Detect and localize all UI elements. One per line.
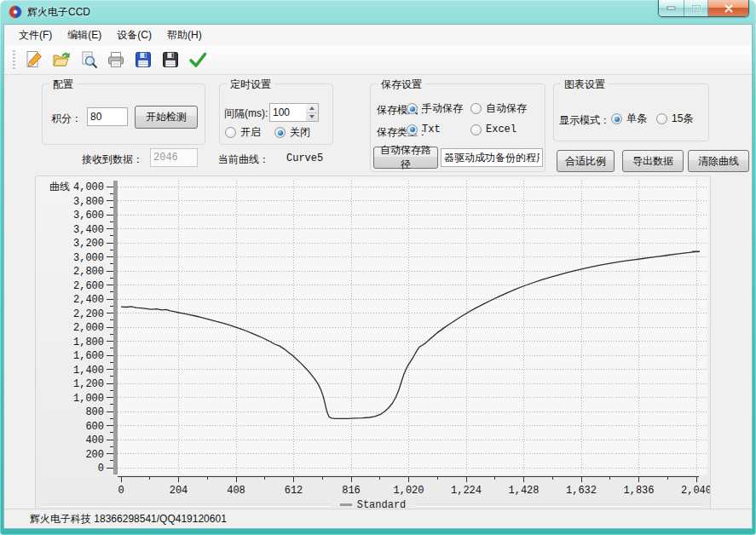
display-multi-radio[interactable]: 15条 xyxy=(656,112,693,126)
save-type-txt-circle[interactable] xyxy=(407,124,418,135)
save-mode-manual-radio[interactable]: 手动保存 xyxy=(407,101,463,116)
save-mode-manual-circle[interactable] xyxy=(407,103,418,114)
integral-input[interactable] xyxy=(87,107,128,126)
svg-text:3,200: 3,200 xyxy=(73,238,104,250)
timer-off-radio[interactable]: 关闭 xyxy=(274,125,310,140)
auto-save-path-field[interactable] xyxy=(441,148,543,167)
current-curve-value: Curve5 xyxy=(286,152,323,164)
menu-device[interactable]: 设备(C) xyxy=(109,26,159,45)
svg-text:3,000: 3,000 xyxy=(73,252,104,264)
menu-file[interactable]: 文件(F) xyxy=(11,26,60,45)
svg-text:2,800: 2,800 xyxy=(73,266,104,278)
maximize-icon xyxy=(691,4,701,13)
svg-text:2,600: 2,600 xyxy=(73,280,104,292)
display-single-circle[interactable] xyxy=(611,113,622,124)
close-button[interactable] xyxy=(708,0,748,16)
svg-text:1,200: 1,200 xyxy=(73,378,104,390)
timer-group-title: 定时设置 xyxy=(227,78,274,92)
print-button[interactable] xyxy=(103,48,129,72)
save-as-button[interactable] xyxy=(158,48,183,72)
svg-text:204: 204 xyxy=(170,485,188,497)
display-multi-circle[interactable] xyxy=(656,113,667,124)
display-mode-label: 显示模式： xyxy=(559,113,610,128)
app-icon xyxy=(9,5,22,19)
interval-label: 间隔(ms): xyxy=(224,106,268,121)
svg-text:1,836: 1,836 xyxy=(623,485,654,497)
config-group-title: 配置 xyxy=(49,78,77,92)
auto-save-path-button[interactable]: 自动保存路径 xyxy=(373,147,438,169)
save-type-excel-radio[interactable]: Excel xyxy=(470,124,517,135)
timer-on-radio-circle[interactable] xyxy=(225,127,236,138)
timer-on-label: 开启 xyxy=(240,125,261,140)
clear-curve-button[interactable]: 清除曲线 xyxy=(688,150,749,172)
minimize-icon xyxy=(667,6,676,10)
svg-text:1,428: 1,428 xyxy=(508,485,539,497)
confirm-button[interactable] xyxy=(185,48,211,72)
save-group-title: 保存设置 xyxy=(378,78,425,92)
display-single-radio[interactable]: 单条 xyxy=(611,112,647,126)
received-data-field xyxy=(150,148,198,167)
chart-panel: 曲线 02004006008001,0001,2001,4001,6001,80… xyxy=(35,175,711,511)
config-groupbox: 配置 积分： 开始检测 xyxy=(42,83,205,145)
timer-off-label: 关闭 xyxy=(290,125,310,140)
chart-settings-title: 图表设置 xyxy=(561,78,609,92)
svg-text:1,632: 1,632 xyxy=(566,485,597,497)
save-button[interactable] xyxy=(130,48,156,72)
save-mode-auto-radio[interactable]: 自动保存 xyxy=(470,101,527,116)
save-icon xyxy=(133,49,153,70)
print-preview-icon xyxy=(78,49,99,70)
display-single-label: 单条 xyxy=(626,112,647,126)
interval-spinner[interactable] xyxy=(306,103,319,122)
svg-text:1,224: 1,224 xyxy=(451,485,482,497)
timer-groupbox: 定时设置 间隔(ms): 开启 关闭 xyxy=(219,83,333,145)
new-document-button[interactable] xyxy=(21,48,47,72)
titlebar[interactable]: 辉火电子CCD xyxy=(0,0,756,24)
open-folder-icon xyxy=(51,49,72,70)
window-title: 辉火电子CCD xyxy=(27,5,90,20)
save-mode-manual-label: 手动保存 xyxy=(422,101,463,116)
svg-text:0: 0 xyxy=(98,463,104,475)
svg-text:600: 600 xyxy=(85,421,104,433)
timer-off-radio-circle[interactable] xyxy=(274,127,286,138)
received-data-label: 接收到数据： xyxy=(82,152,143,167)
chart-canvas[interactable]: 02004006008001,0001,2001,4001,6001,8002,… xyxy=(36,176,710,510)
spinner-down-icon[interactable] xyxy=(306,113,318,122)
save-type-excel-circle[interactable] xyxy=(470,124,482,135)
svg-text:1,800: 1,800 xyxy=(73,337,104,348)
spinner-up-icon[interactable] xyxy=(306,104,318,113)
save-type-txt-label: Txt xyxy=(422,124,441,135)
caption-buttons xyxy=(658,0,749,17)
export-data-button[interactable]: 导出数据 xyxy=(622,150,684,172)
interval-input[interactable] xyxy=(269,103,307,122)
menubar: 文件(F) 编辑(E) 设备(C) 帮助(H) xyxy=(4,25,752,46)
start-detect-button[interactable]: 开始检测 xyxy=(135,106,198,129)
toolbar-grip[interactable] xyxy=(13,50,15,69)
current-curve-label: 当前曲线： xyxy=(218,152,269,167)
close-icon xyxy=(724,4,733,13)
timer-on-radio[interactable]: 开启 xyxy=(225,125,261,140)
print-preview-button[interactable] xyxy=(76,48,101,72)
fit-scale-button[interactable]: 合适比例 xyxy=(557,150,615,172)
minimize-button[interactable] xyxy=(659,0,684,16)
svg-text:816: 816 xyxy=(342,485,361,497)
svg-text:408: 408 xyxy=(227,485,245,497)
save-as-icon xyxy=(160,49,181,70)
svg-text:612: 612 xyxy=(285,485,303,497)
svg-text:3,800: 3,800 xyxy=(73,196,104,208)
menu-edit[interactable]: 编辑(E) xyxy=(60,26,109,45)
save-mode-auto-circle[interactable] xyxy=(470,103,482,114)
maximize-button[interactable] xyxy=(684,0,708,16)
app-window: 辉火电子CCD 文件(F) 编辑(E) 设备(C) 帮助(H) xyxy=(0,0,756,535)
save-groupbox: 保存设置 保存模式： 手动保存 自动保存 保存类型： Txt Excel 自动保… xyxy=(370,83,545,172)
statusbar-text: 辉火电子科技 18366298541/QQ419120601 xyxy=(30,512,227,526)
svg-text:1,400: 1,400 xyxy=(73,365,104,377)
svg-text:2,000: 2,000 xyxy=(73,322,104,334)
client-area: 文件(F) 编辑(E) 设备(C) 帮助(H) xyxy=(3,24,753,529)
menu-help[interactable]: 帮助(H) xyxy=(159,26,210,45)
save-type-txt-radio[interactable]: Txt xyxy=(407,124,441,135)
svg-text:1,600: 1,600 xyxy=(73,350,104,362)
svg-text:2,200: 2,200 xyxy=(73,308,104,320)
legend-line-swatch xyxy=(340,503,352,506)
save-mode-auto-label: 自动保存 xyxy=(486,101,527,116)
open-folder-button[interactable] xyxy=(49,48,74,72)
